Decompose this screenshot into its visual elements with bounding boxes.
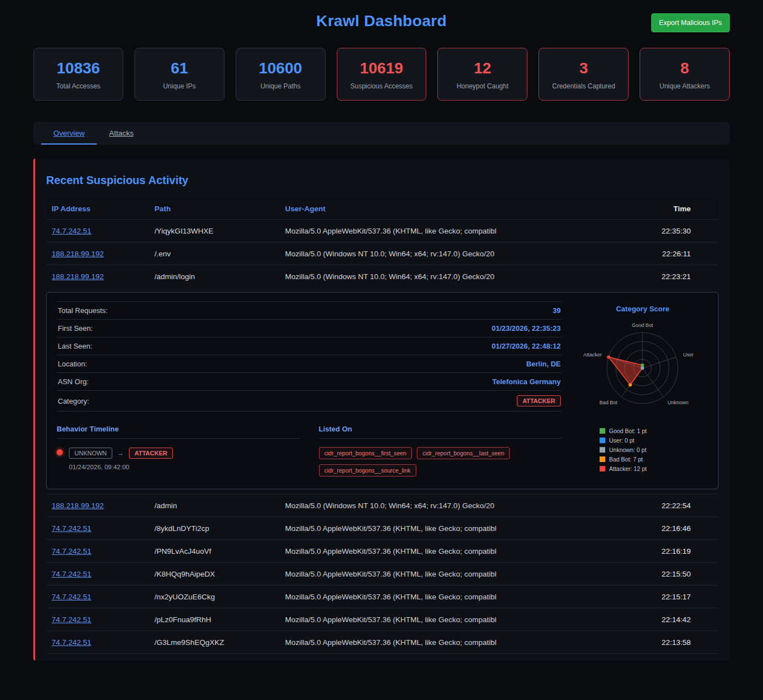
stat-label: Honeypot Caught [441,82,523,90]
ip-link[interactable]: 74.7.242.51 [52,615,91,624]
ip-cell: 74.7.242.51 [52,638,154,647]
table-row: 74.7.242.51/PN9LvAcJ4uoVfMozilla/5.0 App… [46,539,719,562]
detail-field: First Seen:01/23/2026, 22:35:23 [57,320,562,337]
ip-link[interactable]: 188.218.99.192 [52,272,104,281]
time-cell: 22:16:46 [630,524,691,533]
detail-field-category: Category: ATTACKER [57,391,562,411]
stat-card-suspicious-accesses: 10619 Suspicious Accesses [337,48,427,101]
timeline-item: UNKNOWN → ATTACKER 01/24/2026, 09:42:00 [57,448,300,470]
detail-field-value: Berlin, DE [526,360,561,368]
suspicious-activity-table: IP Address Path User-Agent Time 74.7.242… [46,198,719,654]
suspicious-activity-panel: Recent Suspicious Activity IP Address Pa… [33,158,730,661]
listed-on-chip[interactable]: cidr_report_bogons__first_seen [319,447,412,459]
path-cell: /pLz0Fnua9fRhH [154,615,285,624]
ip-link[interactable]: 188.218.99.192 [52,250,104,258]
timeline-from-badge: UNKNOWN [69,448,112,459]
legend-label: Unknown: 0 pt [609,446,646,453]
legend-item: Bad Bot: 7 pt [600,456,708,463]
ip-link[interactable]: 74.7.242.51 [52,524,91,533]
detail-field: Location:Berlin, DE [57,355,562,373]
time-cell: 22:15:17 [630,593,691,601]
user-agent-cell: Mozilla/5.0 (Windows NT 10.0; Win64; x64… [285,250,630,258]
panel-title: Recent Suspicious Activity [46,174,719,187]
detail-field-value: 39 [553,306,561,315]
svg-text:Bad Bot: Bad Bot [600,400,618,405]
listed-on-title: Listed On [319,425,562,439]
user-agent-cell: Mozilla/5.0 AppleWebKit/537.36 (KHTML, l… [285,638,630,647]
table-row: 74.7.242.51/G3Lme9ShEQgXKZMozilla/5.0 Ap… [46,631,719,653]
ip-link[interactable]: 74.7.242.51 [52,570,91,578]
user-agent-cell: Mozilla/5.0 AppleWebKit/537.36 (KHTML, l… [285,547,630,555]
page-title: Krawl Dashboard [33,12,730,30]
ip-link[interactable]: 74.7.242.51 [52,638,91,647]
detail-field-value: 01/23/2026, 22:35:23 [492,324,561,332]
user-agent-cell: Mozilla/5.0 AppleWebKit/537.36 (KHTML, l… [285,524,630,533]
ip-cell: 74.7.242.51 [52,524,154,533]
svg-text:Good Bot: Good Bot [632,322,654,328]
user-agent-cell: Mozilla/5.0 (Windows NT 10.0; Win64; x64… [285,502,630,510]
table-row: 74.7.242.51/K8HQq9hAipeDXMozilla/5.0 App… [46,562,719,585]
detail-field-value: Telefonica Germany [492,378,561,386]
table-row: 74.7.242.51/YiqykGI13WHXEMozilla/5.0 App… [46,219,719,242]
time-cell: 22:22:54 [630,502,691,510]
table-row: 74.7.242.51/pLz0Fnua9fRhHMozilla/5.0 App… [46,608,719,631]
stat-card-credentials-captured: 3 Credentials Captured [538,48,629,101]
ip-cell: 74.7.242.51 [52,570,154,578]
path-cell: /.env [154,250,285,258]
app-header: Krawl Dashboard Export Malicious IPs [33,0,730,40]
legend-swatch-icon [600,438,605,443]
stat-value: 10836 [37,59,119,77]
behavior-timeline-title: Behavior Timeline [57,425,300,439]
table-header-row: IP Address Path User-Agent Time [46,198,719,219]
stat-value: 3 [542,59,625,77]
column-header-ip: IP Address [52,205,154,213]
table-rows-before-detail: 74.7.242.51/YiqykGI13WHXEMozilla/5.0 App… [46,219,719,287]
stat-value: 10619 [341,59,423,77]
export-malicious-ips-button[interactable]: Export Malicious IPs [651,13,730,32]
legend-label: User: 0 pt [609,437,635,444]
detail-field-value: 01/27/2026, 22:48:12 [492,342,561,350]
tab-attacks[interactable]: Attacks [97,122,146,145]
listed-on-chip[interactable]: cidr_report_bogons__source_link [319,464,416,476]
path-cell: /G3Lme9ShEQgXKZ [154,638,285,647]
legend-item: Attacker: 12 pt [600,465,708,472]
stat-card-unique-attackers: 8 Unique Attackers [640,48,730,101]
tab-bar: Overview Attacks [33,122,730,145]
stat-card-total-accesses: 10836 Total Accesses [33,48,123,101]
stat-value: 12 [441,59,523,77]
detail-field: ASN Org:Telefonica Germany [57,373,562,391]
ip-link[interactable]: 188.218.99.192 [52,502,104,510]
ip-detail-info: Total Requests:39First Seen:01/23/2026, … [57,301,562,476]
ip-detail-panel: Total Requests:39First Seen:01/23/2026, … [46,292,719,489]
tab-overview[interactable]: Overview [41,122,97,145]
path-cell: /nx2yUOZuE6Ckg [154,593,285,601]
ip-link[interactable]: 74.7.242.51 [52,593,91,601]
timeline-dot-icon [57,449,63,455]
listed-on-chip[interactable]: cidr_report_bogons__last_seen [417,447,510,459]
table-row: 188.218.99.192/.envMozilla/5.0 (Windows … [46,242,719,265]
ip-link[interactable]: 74.7.242.51 [52,227,91,235]
legend-label: Good Bot: 1 pt [609,428,647,434]
ip-cell: 74.7.242.51 [52,615,154,624]
time-cell: 22:14:42 [630,615,691,624]
ip-cell: 188.218.99.192 [52,272,154,281]
ip-cell: 74.7.242.51 [52,227,154,235]
stat-value: 61 [138,59,221,77]
time-cell: 22:16:19 [630,547,691,555]
category-score-chart: Category Score Good BotUserUnknownBad Bo… [577,301,708,476]
chart-title: Category Score [577,305,708,313]
chart-legend: Good Bot: 1 ptUser: 0 ptUnknown: 0 ptBad… [600,428,708,472]
path-cell: /PN9LvAcJ4uoVf [154,547,285,555]
legend-swatch-icon [600,456,605,462]
ip-cell: 188.218.99.192 [52,250,154,258]
detail-field-label: Category: [58,397,89,405]
svg-text:Unknown: Unknown [667,400,689,405]
user-agent-cell: Mozilla/5.0 AppleWebKit/537.36 (KHTML, l… [285,570,630,578]
table-row: 188.218.99.192/admin/loginMozilla/5.0 (W… [46,265,719,287]
path-cell: /YiqykGI13WHXE [154,227,285,235]
detail-fields: Total Requests:39First Seen:01/23/2026, … [57,301,562,391]
stat-label: Total Accesses [37,82,119,90]
legend-item: User: 0 pt [600,437,708,444]
ip-link[interactable]: 74.7.242.51 [52,547,91,555]
path-cell: /K8HQq9hAipeDX [154,570,285,578]
